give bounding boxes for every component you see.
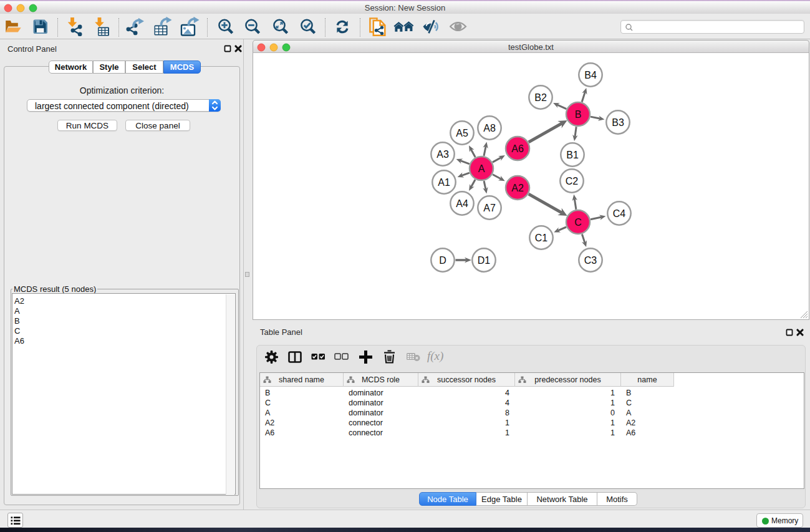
svg-text:B4: B4	[584, 70, 597, 80]
svg-text:B2: B2	[534, 92, 547, 103]
svg-text:A2: A2	[511, 183, 524, 193]
svg-text:D: D	[439, 255, 446, 266]
svg-text:A7: A7	[483, 203, 496, 213]
svg-text:A3: A3	[436, 149, 449, 160]
svg-text:C2: C2	[566, 176, 579, 186]
svg-text:C1: C1	[535, 233, 548, 243]
svg-text:A8: A8	[483, 123, 496, 133]
svg-text:A: A	[478, 163, 485, 174]
svg-text:B1: B1	[566, 150, 579, 160]
svg-text:C3: C3	[584, 255, 597, 266]
svg-text:A6: A6	[511, 143, 524, 154]
svg-text:A4: A4	[456, 198, 468, 209]
svg-text:B: B	[575, 109, 582, 120]
svg-text:A1: A1	[438, 177, 450, 188]
svg-text:C: C	[574, 217, 582, 228]
svg-text:D1: D1	[478, 255, 491, 266]
svg-text:B3: B3	[612, 117, 624, 128]
svg-text:C4: C4	[613, 208, 626, 219]
svg-text:A5: A5	[456, 128, 468, 138]
